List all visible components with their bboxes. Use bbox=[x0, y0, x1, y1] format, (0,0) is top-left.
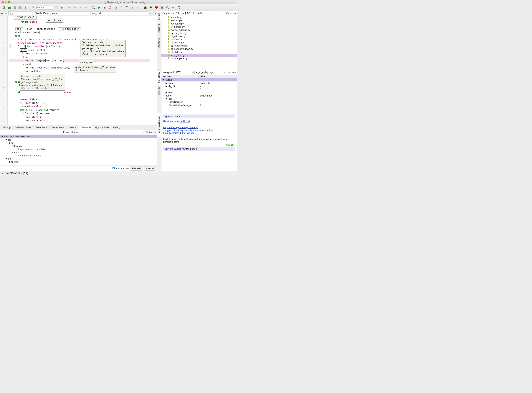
sync-icon[interactable] bbox=[176, 5, 181, 10]
open-file-button[interactable] bbox=[7, 5, 12, 10]
hg-tree[interactable]: ▼ ide-7 (/Users/sdeibel/src) ▼ doc▼ en▼ … bbox=[0, 135, 157, 166]
variable-row[interactable]: DrawWindowBackgro1 bbox=[162, 103, 237, 107]
cancel-button[interactable]: Cancel bbox=[144, 166, 156, 171]
project-file-item[interactable]: interact.py bbox=[162, 19, 237, 22]
variable-row[interactable]: ▼ self bbox=[162, 97, 237, 100]
bookmark-next-icon[interactable]: ★ bbox=[84, 5, 88, 10]
doc-link[interactable]: https://docs.python.org/2/library/stdtyp… bbox=[163, 126, 213, 134]
variable-row[interactable]: nameswitch-page bbox=[162, 94, 237, 97]
vtab-diffmerge[interactable]: Diff/Merge bbox=[157, 36, 161, 49]
step-over-button[interactable] bbox=[124, 5, 129, 10]
save-button[interactable] bbox=[12, 5, 17, 10]
variable-row[interactable]: ▶ item( bbox=[162, 91, 237, 94]
frame-down-button[interactable] bbox=[154, 5, 159, 10]
zoom-window-icon[interactable] bbox=[8, 1, 10, 3]
project-file-item[interactable]: keyboard.py bbox=[162, 22, 237, 25]
hg-tree-item[interactable]: ▼ guiutils bbox=[0, 160, 157, 163]
project-file-item[interactable]: qt_base.py bbox=[162, 38, 237, 41]
close-window-icon[interactable] bbox=[2, 1, 4, 3]
warning-icon[interactable]: ▲ bbox=[149, 12, 151, 15]
search-project-icon[interactable] bbox=[165, 5, 170, 10]
tab-exceptions[interactable]: Exceptions bbox=[33, 125, 49, 129]
project-file-item[interactable]: ★ qt_utils.py bbox=[162, 54, 237, 57]
fold-icon[interactable]: ▽ bbox=[3, 108, 5, 110]
project-file-item[interactable]: qt_wrappers.py bbox=[162, 57, 237, 60]
fold-icon[interactable]: ▽ bbox=[3, 41, 5, 43]
code-editor[interactable]: ▽ ▽ ▽ ▽ ▽ ▽ ▽ ▽ 0 return False stack = s… bbox=[0, 16, 157, 125]
hg-options[interactable]: Options bbox=[146, 131, 156, 134]
debug-run-button[interactable] bbox=[96, 5, 101, 10]
monitor-icon[interactable] bbox=[160, 5, 164, 10]
variable-row[interactable]: DrawChildren2 bbox=[162, 100, 237, 103]
bookmark-prev-icon[interactable]: ★ bbox=[78, 5, 83, 10]
nav-fwd-icon[interactable]: ▶ bbox=[5, 12, 8, 15]
close-doc-icon[interactable]: ▼ bbox=[152, 12, 154, 15]
project-file-item[interactable]: qt_popupwindows.py bbox=[162, 47, 237, 50]
step-out-button[interactable] bbox=[130, 5, 135, 10]
debug-restart-button[interactable] bbox=[108, 5, 113, 10]
class-combo[interactable]: QtWidgetAdapterMixin bbox=[33, 11, 91, 15]
file-combo[interactable]: qt_u… bbox=[8, 11, 33, 15]
autorefresh-checkbox[interactable]: Auto-refresh bbox=[113, 167, 129, 170]
step-next-button[interactable] bbox=[135, 5, 140, 10]
vtab-warnings[interactable]: Warnings bbox=[157, 85, 161, 97]
new-file-button[interactable] bbox=[1, 5, 6, 10]
vtab-refactoring[interactable]: Refactoring bbox=[157, 22, 161, 36]
toolbar-search-input[interactable] bbox=[37, 5, 53, 10]
tab-search-in-files[interactable]: Search in Files bbox=[13, 125, 33, 129]
hg-tree-item[interactable]: ✎ tutorial.arst.template bbox=[0, 154, 157, 157]
tab-python-shell[interactable]: Python Shell bbox=[93, 125, 111, 129]
frame-up-button[interactable] bbox=[143, 5, 148, 10]
function-combo[interactable]: gui_emit bbox=[91, 11, 149, 15]
indent-button[interactable] bbox=[24, 5, 28, 10]
source-assistant[interactable]: Symbol: stack Runtime type: builtin list… bbox=[162, 113, 237, 171]
vtab-source-assistant[interactable]: Source Assistant bbox=[157, 113, 161, 136]
fold-icon[interactable]: ▽ bbox=[3, 31, 5, 33]
project-file-list[interactable]: iconutils.pyinteract.pykeyboard.py★ pixm… bbox=[162, 15, 237, 70]
debug-stop-button[interactable] bbox=[102, 5, 107, 10]
tab-debug[interactable]: Debug… bbox=[111, 125, 125, 129]
hg-tree-item[interactable]: ▼ doc bbox=[0, 138, 157, 141]
hg-tree-item[interactable]: ▼ howtos bbox=[0, 145, 157, 148]
project-file-item[interactable]: pyside_addons.py bbox=[162, 28, 237, 32]
project-file-item[interactable]: iconutils.py bbox=[162, 16, 237, 19]
cursor-button[interactable] bbox=[31, 5, 36, 10]
variable-table[interactable]: Variable Value ▼ locals▶ args(None, 0)▶ … bbox=[162, 75, 237, 113]
fold-icon[interactable]: ▽ bbox=[3, 87, 5, 89]
fold-icon[interactable]: ▽ bbox=[3, 105, 5, 107]
project-file-item[interactable]: pyside_utils.py bbox=[162, 32, 237, 35]
variable-row[interactable]: ▶ cb_list[( bbox=[162, 85, 237, 88]
bug-icon[interactable]: ✸ bbox=[2, 172, 4, 175]
close-panel-icon[interactable]: ✕ bbox=[142, 131, 144, 134]
traffic-lights[interactable] bbox=[2, 1, 10, 3]
hg-mode-dropdown[interactable]: Project Status bbox=[2, 131, 141, 134]
refresh-button[interactable]: Refresh bbox=[130, 166, 143, 171]
hg-tree-item[interactable]: ▼ en bbox=[0, 141, 157, 145]
project-file-item[interactable]: qt_addons.py bbox=[162, 35, 237, 38]
replace-button[interactable]: ABab bbox=[59, 5, 64, 10]
process-combo[interactable]: wing.py (pid 8577 bbox=[162, 71, 194, 74]
search-icon[interactable] bbox=[54, 5, 59, 10]
fold-icon[interactable]: ▽ bbox=[3, 52, 5, 54]
bookmark-add-icon[interactable]: ★+ bbox=[72, 5, 77, 10]
tab-mercurial[interactable]: Mercurial bbox=[79, 125, 93, 129]
tab-search[interactable]: Search bbox=[67, 125, 78, 129]
variable-row[interactable]: ▼ locals bbox=[162, 78, 237, 81]
variable-row[interactable]: ▶ args(None, 0) bbox=[162, 81, 237, 85]
project-file-item[interactable]: qt_style.py bbox=[162, 50, 237, 54]
hg-tree-item[interactable]: ▼ intro bbox=[0, 151, 157, 154]
minimize-window-icon[interactable] bbox=[5, 1, 7, 3]
vtab-stackdata[interactable]: Stack Data bbox=[157, 70, 161, 85]
project-file-item[interactable]: qt_config.py bbox=[162, 41, 237, 44]
vtab-project[interactable]: Project bbox=[157, 11, 161, 22]
hg-tree-item[interactable]: ✎ quickstart.arst.template bbox=[0, 148, 157, 151]
tab-breakpoints[interactable]: Breakpoints bbox=[50, 125, 67, 129]
bookmark-star-icon[interactable]: ★ bbox=[67, 5, 72, 10]
debug-pause-button[interactable] bbox=[113, 5, 118, 10]
download-icon[interactable] bbox=[171, 5, 176, 10]
save-all-button[interactable] bbox=[18, 5, 23, 10]
hg-tree-item[interactable]: ▼ src bbox=[0, 157, 157, 160]
frame-current-button[interactable] bbox=[149, 5, 153, 10]
frame-combo[interactable]: ★ gui_emit(): qt_ut bbox=[194, 71, 226, 74]
breakpoint-icon[interactable] bbox=[91, 5, 96, 10]
